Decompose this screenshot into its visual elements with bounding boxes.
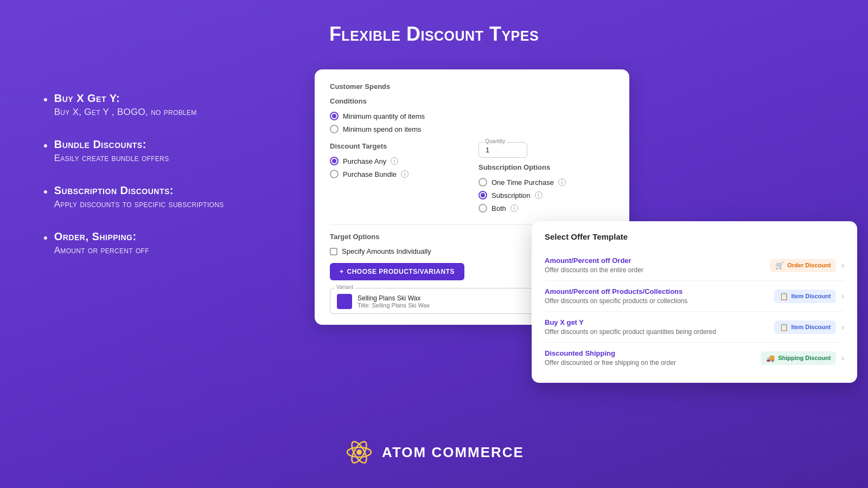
item-discount-icon-2: 📋 (780, 323, 788, 331)
offer-desc-1: Offer discounts on the entire order (545, 266, 643, 274)
subscription-radio[interactable] (478, 191, 487, 200)
offer-desc-2: Offer discounts on specific products or … (545, 297, 687, 305)
bullet-icon: • (43, 140, 48, 152)
list-item: • Subscription Discounts: Apply discount… (43, 184, 271, 210)
offer-row-4[interactable]: Discounted Shipping Offer discounted or … (545, 343, 844, 373)
bottom-logo: ATOM COMMERCE (344, 437, 524, 467)
list-item-desc: Buy X, Get Y , BOGO, no problem (54, 107, 197, 118)
page-title: Flexible Discount Types (0, 0, 868, 46)
choose-products-button[interactable]: + CHOOSE PRODUCTS/VARIANTS (330, 263, 464, 280)
atom-logo-icon (344, 437, 374, 467)
both-radio[interactable] (478, 204, 487, 213)
list-item-desc: Amount or percent off (54, 245, 149, 256)
one-time-label: One Time Purchase (492, 178, 554, 187)
list-item-title: Order, Shipping: (54, 230, 149, 243)
item-discount-badge-2: 📋 Item Discount (774, 320, 837, 334)
subscription-col: Quantity 1 Subscription Options One Time… (478, 142, 614, 217)
list-item-title: Bundle Discounts: (54, 138, 169, 151)
list-item: • Order, Shipping: Amount or percent off (43, 230, 271, 256)
offer-text-2: Amount/Percent off Products/Collections … (545, 287, 687, 305)
list-item: • Bundle Discounts: Easily create bundle… (43, 138, 271, 164)
chevron-right-icon-4: › (841, 354, 844, 362)
item-discount-label-1: Item Discount (792, 293, 831, 299)
offer-desc-3: Offer discounts on specific product quan… (545, 328, 716, 336)
subscription-info-icon[interactable]: i (535, 191, 542, 199)
variant-title: Title: Selling Plans Ski Wax (358, 302, 430, 309)
purchase-bundle-row[interactable]: Purchase Bundle i (330, 170, 465, 178)
select-offer-card: Select Offer Template Amount/Percent off… (532, 221, 857, 383)
both-info-icon[interactable]: i (510, 204, 518, 212)
list-item-title: Buy X Get Y: (54, 92, 197, 105)
condition-1-row[interactable]: Minimum quantity of items (330, 112, 614, 120)
one-time-info-icon[interactable]: i (558, 178, 566, 186)
discount-targets-label: Discount Targets (330, 142, 465, 150)
quantity-value: 1 (486, 146, 489, 154)
one-time-purchase-row[interactable]: One Time Purchase i (478, 178, 614, 187)
variant-thumbnail (337, 294, 352, 309)
order-discount-label: Order Discount (787, 262, 831, 268)
condition-2-radio[interactable] (330, 125, 339, 133)
offer-text-4: Discounted Shipping Offer discounted or … (545, 349, 676, 367)
list-item: • Buy X Get Y: Buy X, Get Y , BOGO, no p… (43, 92, 271, 118)
specify-amounts-checkbox[interactable] (330, 248, 337, 255)
condition-1-radio[interactable] (330, 112, 339, 120)
offer-right-2: 📋 Item Discount › (774, 290, 844, 303)
condition-2-row[interactable]: Minimum spend on items (330, 125, 614, 133)
discount-targets-col: Discount Targets Purchase Any i Purchase… (330, 142, 465, 217)
item-discount-badge-1: 📋 Item Discount (774, 290, 837, 303)
purchase-any-label: Purchase Any (343, 157, 386, 165)
offer-name-1: Amount/Percent off Order (545, 256, 643, 265)
quantity-box[interactable]: Quantity 1 (478, 142, 527, 158)
purchase-bundle-label: Purchase Bundle (343, 170, 397, 178)
both-row[interactable]: Both i (478, 204, 614, 213)
list-item-desc: Apply discounts to specific subscription… (54, 199, 224, 210)
offer-row-2[interactable]: Amount/Percent off Products/Collections … (545, 281, 844, 312)
purchase-any-row[interactable]: Purchase Any i (330, 157, 465, 165)
quantity-label: Quantity (483, 138, 507, 144)
shipping-discount-badge: 🚚 Shipping Discount (761, 351, 836, 365)
two-col-section: Discount Targets Purchase Any i Purchase… (330, 142, 614, 217)
offer-right-4: 🚚 Shipping Discount › (761, 351, 844, 365)
one-time-radio[interactable] (478, 178, 487, 187)
item-discount-icon-1: 📋 (780, 292, 788, 300)
subscription-row[interactable]: Subscription i (478, 191, 614, 200)
offer-right-1: 🛒 Order Discount › (770, 259, 844, 272)
offer-name-2: Amount/Percent off Products/Collections (545, 287, 687, 296)
shipping-discount-icon: 🚚 (766, 354, 775, 362)
plus-icon: + (340, 268, 344, 275)
chevron-right-icon-3: › (841, 323, 844, 331)
both-label: Both (492, 204, 506, 213)
order-discount-icon: 🛒 (775, 261, 784, 269)
svg-point-0 (356, 450, 362, 455)
chevron-right-icon-2: › (841, 292, 844, 300)
purchase-any-info-icon[interactable]: i (391, 157, 398, 165)
purchase-bundle-radio[interactable] (330, 170, 339, 178)
left-panel: • Buy X Get Y: Buy X, Get Y , BOGO, no p… (43, 92, 271, 277)
bullet-icon: • (43, 94, 48, 106)
condition-2-label: Minimum spend on items (343, 125, 422, 133)
list-item-desc: Easily create bundle offers (54, 153, 169, 164)
offer-desc-4: Offer discounted or free shipping on the… (545, 359, 676, 367)
purchase-bundle-info-icon[interactable]: i (401, 170, 409, 178)
feature-list: • Buy X Get Y: Buy X, Get Y , BOGO, no p… (43, 92, 271, 256)
offer-row-1[interactable]: Amount/Percent off Order Offer discounts… (545, 250, 844, 281)
logo-text: ATOM COMMERCE (382, 444, 524, 461)
specify-amounts-label: Specify Amounts Individually (342, 247, 431, 255)
purchase-any-radio[interactable] (330, 157, 339, 165)
subscription-label: Subscription (492, 191, 531, 200)
sub-options-label: Subscription Options (478, 163, 614, 171)
offer-card-title: Select Offer Template (545, 232, 844, 241)
offer-row-3[interactable]: Buy X get Y Offer discounts on specific … (545, 312, 844, 343)
chevron-right-icon: › (841, 261, 844, 269)
bullet-icon: • (43, 232, 48, 244)
shipping-discount-label: Shipping Discount (778, 355, 831, 361)
variant-name: Selling Plans Ski Wax (358, 294, 430, 302)
customer-spends-title: Customer Spends (330, 82, 614, 91)
offer-text-3: Buy X get Y Offer discounts on specific … (545, 318, 716, 336)
variant-label: Variant (335, 284, 355, 290)
conditions-section: Conditions Minimum quantity of items Min… (330, 97, 614, 133)
choose-button-label: CHOOSE PRODUCTS/VARIANTS (347, 268, 455, 275)
offer-right-3: 📋 Item Discount › (774, 320, 844, 334)
conditions-label: Conditions (330, 97, 614, 105)
item-discount-label-2: Item Discount (792, 324, 831, 330)
